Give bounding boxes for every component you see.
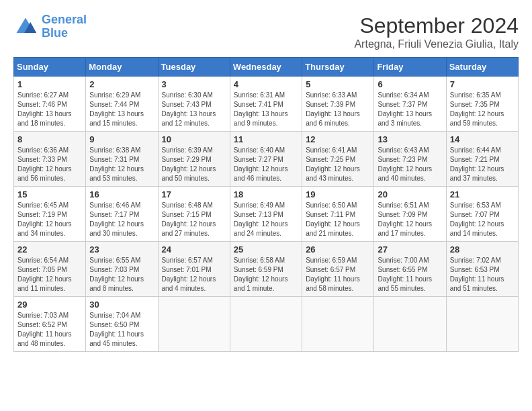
calendar-cell-1-5: 13Sunrise: 6:43 AM Sunset: 7:23 PM Dayli… [374, 132, 446, 187]
day-info: Sunrise: 6:44 AM Sunset: 7:21 PM Dayligh… [450, 146, 515, 183]
calendar-cell-3-6: 28Sunrise: 7:02 AM Sunset: 6:53 PM Dayli… [446, 242, 518, 297]
calendar-cell-4-5 [374, 297, 446, 352]
header-thursday: Thursday [302, 58, 374, 77]
day-info: Sunrise: 6:39 AM Sunset: 7:29 PM Dayligh… [162, 146, 226, 183]
day-number: 14 [450, 134, 515, 144]
header-sunday: Sunday [14, 58, 86, 77]
day-info: Sunrise: 6:43 AM Sunset: 7:23 PM Dayligh… [378, 146, 442, 183]
calendar-cell-2-6: 21Sunrise: 6:53 AM Sunset: 7:07 PM Dayli… [446, 187, 518, 242]
day-info: Sunrise: 6:57 AM Sunset: 7:01 PM Dayligh… [162, 256, 226, 293]
calendar-row-0: 1Sunrise: 6:27 AM Sunset: 7:46 PM Daylig… [14, 77, 519, 132]
day-number: 2 [89, 79, 154, 89]
day-info: Sunrise: 6:45 AM Sunset: 7:19 PM Dayligh… [17, 201, 82, 238]
calendar-cell-3-2: 24Sunrise: 6:57 AM Sunset: 7:01 PM Dayli… [158, 242, 230, 297]
calendar-cell-2-4: 19Sunrise: 6:50 AM Sunset: 7:11 PM Dayli… [302, 187, 374, 242]
location-subtitle: Artegna, Friuli Venezia Giulia, Italy [354, 38, 519, 50]
day-info: Sunrise: 6:53 AM Sunset: 7:07 PM Dayligh… [450, 201, 515, 238]
header-saturday: Saturday [446, 58, 518, 77]
logo-blue: Blue [42, 27, 87, 40]
logo-icon [13, 15, 38, 39]
calendar-cell-0-0: 1Sunrise: 6:27 AM Sunset: 7:46 PM Daylig… [14, 77, 86, 132]
day-number: 28 [450, 244, 515, 255]
day-info: Sunrise: 6:40 AM Sunset: 7:27 PM Dayligh… [234, 146, 298, 183]
day-number: 21 [450, 189, 515, 199]
day-info: Sunrise: 6:34 AM Sunset: 7:37 PM Dayligh… [378, 91, 442, 128]
header: General Blue September 2024 Artegna, Fri… [13, 13, 519, 50]
month-title: September 2024 [354, 13, 519, 38]
day-number: 20 [378, 189, 442, 199]
calendar-cell-2-3: 18Sunrise: 6:49 AM Sunset: 7:13 PM Dayli… [230, 187, 302, 242]
day-number: 8 [17, 134, 82, 144]
calendar-cell-0-3: 4Sunrise: 6:31 AM Sunset: 7:41 PM Daylig… [230, 77, 302, 132]
calendar-cell-4-6 [446, 297, 518, 352]
day-number: 5 [306, 79, 370, 89]
header-monday: Monday [86, 58, 158, 77]
header-friday: Friday [374, 58, 446, 77]
calendar-cell-3-1: 23Sunrise: 6:55 AM Sunset: 7:03 PM Dayli… [86, 242, 158, 297]
day-info: Sunrise: 6:38 AM Sunset: 7:31 PM Dayligh… [89, 146, 154, 183]
calendar-cell-3-0: 22Sunrise: 6:54 AM Sunset: 7:05 PM Dayli… [14, 242, 86, 297]
calendar-cell-4-3 [230, 297, 302, 352]
day-info: Sunrise: 6:41 AM Sunset: 7:25 PM Dayligh… [306, 146, 370, 183]
day-info: Sunrise: 7:00 AM Sunset: 6:55 PM Dayligh… [378, 256, 442, 293]
day-info: Sunrise: 6:29 AM Sunset: 7:44 PM Dayligh… [89, 91, 154, 128]
calendar-cell-4-0: 29Sunrise: 7:03 AM Sunset: 6:52 PM Dayli… [14, 297, 86, 352]
calendar-cell-1-3: 11Sunrise: 6:40 AM Sunset: 7:27 PM Dayli… [230, 132, 302, 187]
calendar-cell-2-5: 20Sunrise: 6:51 AM Sunset: 7:09 PM Dayli… [374, 187, 446, 242]
calendar-cell-1-2: 10Sunrise: 6:39 AM Sunset: 7:29 PM Dayli… [158, 132, 230, 187]
calendar-cell-4-1: 30Sunrise: 7:04 AM Sunset: 6:50 PM Dayli… [86, 297, 158, 352]
calendar-cell-0-2: 3Sunrise: 6:30 AM Sunset: 7:43 PM Daylig… [158, 77, 230, 132]
calendar-cell-1-6: 14Sunrise: 6:44 AM Sunset: 7:21 PM Dayli… [446, 132, 518, 187]
day-number: 18 [234, 189, 298, 199]
day-info: Sunrise: 6:30 AM Sunset: 7:43 PM Dayligh… [162, 91, 226, 128]
calendar-cell-0-6: 7Sunrise: 6:35 AM Sunset: 7:35 PM Daylig… [446, 77, 518, 132]
day-number: 11 [234, 134, 298, 144]
calendar-header-row: Sunday Monday Tuesday Wednesday Thursday… [14, 58, 519, 77]
day-number: 16 [89, 189, 154, 199]
day-number: 25 [234, 244, 298, 255]
day-number: 19 [306, 189, 370, 199]
calendar-cell-1-1: 9Sunrise: 6:38 AM Sunset: 7:31 PM Daylig… [86, 132, 158, 187]
calendar-cell-3-3: 25Sunrise: 6:58 AM Sunset: 6:59 PM Dayli… [230, 242, 302, 297]
calendar-cell-2-1: 16Sunrise: 6:46 AM Sunset: 7:17 PM Dayli… [86, 187, 158, 242]
day-info: Sunrise: 7:03 AM Sunset: 6:52 PM Dayligh… [17, 311, 82, 349]
day-info: Sunrise: 6:54 AM Sunset: 7:05 PM Dayligh… [17, 256, 82, 293]
day-info: Sunrise: 6:50 AM Sunset: 7:11 PM Dayligh… [306, 201, 370, 238]
logo-text: General Blue [42, 13, 87, 40]
day-info: Sunrise: 6:58 AM Sunset: 6:59 PM Dayligh… [234, 256, 298, 293]
day-info: Sunrise: 6:36 AM Sunset: 7:33 PM Dayligh… [17, 146, 82, 183]
day-number: 30 [89, 300, 154, 310]
day-number: 9 [89, 134, 154, 144]
day-info: Sunrise: 6:59 AM Sunset: 6:57 PM Dayligh… [306, 256, 370, 293]
day-number: 13 [378, 134, 442, 144]
day-number: 6 [378, 79, 442, 89]
header-wednesday: Wednesday [230, 58, 302, 77]
calendar-cell-1-4: 12Sunrise: 6:41 AM Sunset: 7:25 PM Dayli… [302, 132, 374, 187]
day-info: Sunrise: 6:48 AM Sunset: 7:15 PM Dayligh… [162, 201, 226, 238]
calendar-cell-2-2: 17Sunrise: 6:48 AM Sunset: 7:15 PM Dayli… [158, 187, 230, 242]
day-number: 12 [306, 134, 370, 144]
day-number: 7 [450, 79, 515, 89]
day-number: 17 [162, 189, 226, 199]
day-info: Sunrise: 6:51 AM Sunset: 7:09 PM Dayligh… [378, 201, 442, 238]
calendar-cell-4-2 [158, 297, 230, 352]
calendar-row-2: 15Sunrise: 6:45 AM Sunset: 7:19 PM Dayli… [14, 187, 519, 242]
calendar-table: Sunday Monday Tuesday Wednesday Thursday… [13, 57, 519, 352]
calendar-cell-2-0: 15Sunrise: 6:45 AM Sunset: 7:19 PM Dayli… [14, 187, 86, 242]
calendar-cell-1-0: 8Sunrise: 6:36 AM Sunset: 7:33 PM Daylig… [14, 132, 86, 187]
day-number: 23 [89, 244, 154, 255]
header-tuesday: Tuesday [158, 58, 230, 77]
calendar-row-4: 29Sunrise: 7:03 AM Sunset: 6:52 PM Dayli… [14, 297, 519, 352]
day-number: 1 [17, 79, 82, 89]
day-info: Sunrise: 6:49 AM Sunset: 7:13 PM Dayligh… [234, 201, 298, 238]
day-number: 3 [162, 79, 226, 89]
day-info: Sunrise: 6:33 AM Sunset: 7:39 PM Dayligh… [306, 91, 370, 128]
day-info: Sunrise: 6:27 AM Sunset: 7:46 PM Dayligh… [17, 91, 82, 128]
calendar-cell-4-4 [302, 297, 374, 352]
calendar-row-3: 22Sunrise: 6:54 AM Sunset: 7:05 PM Dayli… [14, 242, 519, 297]
day-number: 10 [162, 134, 226, 144]
day-number: 24 [162, 244, 226, 255]
calendar-cell-0-5: 6Sunrise: 6:34 AM Sunset: 7:37 PM Daylig… [374, 77, 446, 132]
day-info: Sunrise: 6:46 AM Sunset: 7:17 PM Dayligh… [89, 201, 154, 238]
logo: General Blue [13, 13, 87, 40]
